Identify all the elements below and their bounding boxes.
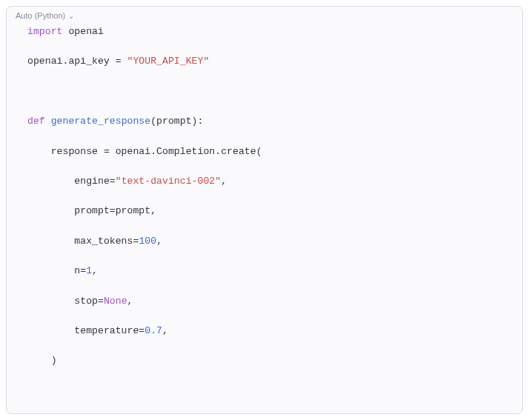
language-selector[interactable]: Auto (Python) ⌄ (7, 7, 522, 21)
language-label: Auto (Python) (16, 11, 65, 20)
code-content[interactable]: import openai openai.api_key = "YOUR_API… (7, 21, 522, 414)
code-block: Auto (Python) ⌄ import openai openai.api… (6, 6, 523, 414)
chevron-down-icon: ⌄ (68, 12, 74, 20)
